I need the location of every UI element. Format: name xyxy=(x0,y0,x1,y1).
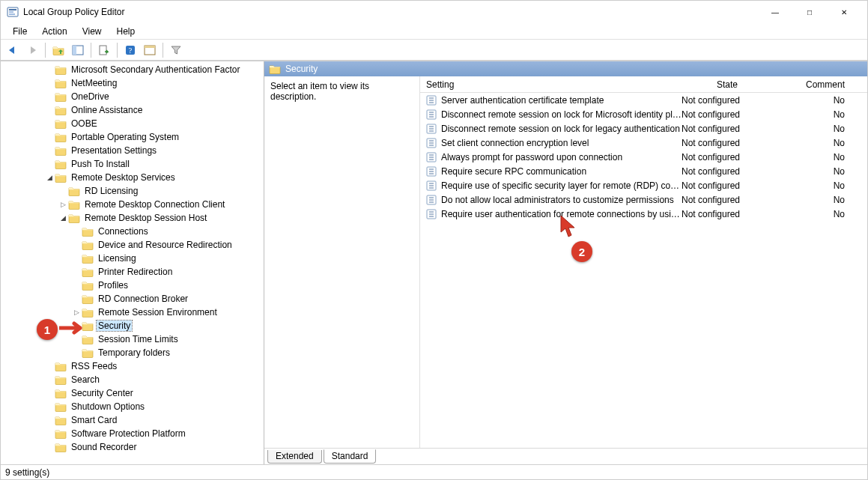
setting-state: Not configured xyxy=(682,124,779,134)
show-hide-tree-button[interactable] xyxy=(69,42,87,58)
tree-item[interactable]: Temporary folders xyxy=(1,346,264,359)
setting-row[interactable]: Require use of specific security layer f… xyxy=(420,178,867,192)
tree-item[interactable]: RSS Feeds xyxy=(1,359,264,373)
tree-label: Licensing xyxy=(97,253,138,264)
tree-item[interactable]: Online Assistance xyxy=(1,103,264,117)
tree-item[interactable]: Licensing xyxy=(1,252,264,265)
tree-label: Session Time Limits xyxy=(97,334,180,344)
status-text: 9 setting(s) xyxy=(5,467,49,478)
folder-icon xyxy=(55,415,67,425)
tree-item[interactable]: NetMeeting xyxy=(1,76,264,90)
details-header-title: Security xyxy=(285,64,318,74)
back-button[interactable] xyxy=(4,42,22,58)
tab-standard[interactable]: Standard xyxy=(324,449,377,464)
tree-item[interactable]: OOBE xyxy=(1,117,264,130)
tree-item[interactable]: Software Protection Platform xyxy=(1,427,264,440)
folder-icon xyxy=(55,105,67,115)
setting-icon xyxy=(426,109,438,120)
tree-item[interactable]: ▷Remote Session Environment xyxy=(1,306,264,319)
col-setting[interactable]: Setting xyxy=(420,77,679,92)
setting-row[interactable]: Set client connection encryption levelNo… xyxy=(420,136,867,150)
tree-item[interactable]: Push To Install xyxy=(1,157,264,171)
minimize-button[interactable]: — xyxy=(758,1,792,23)
setting-comment: No xyxy=(779,209,867,219)
tree-item[interactable]: ◢Remote Desktop Session Host xyxy=(1,211,264,225)
tree-label: RSS Feeds xyxy=(70,361,118,371)
menu-help[interactable]: Help xyxy=(109,25,143,38)
menu-action[interactable]: Action xyxy=(34,25,74,38)
setting-state: Not configured xyxy=(682,152,779,162)
folder-icon xyxy=(82,267,94,277)
tree-label: Device and Resource Redirection xyxy=(97,240,234,250)
settings-list[interactable]: Setting State Comment Server authenticat… xyxy=(420,76,867,448)
tree-item[interactable]: ◢Remote Desktop Services xyxy=(1,171,264,184)
tree-label: Remote Desktop Session Host xyxy=(83,213,208,223)
folder-icon xyxy=(55,428,67,439)
details-tabs: Extended Standard xyxy=(264,448,867,464)
setting-row[interactable]: Require secure RPC communicationNot conf… xyxy=(420,164,867,178)
tree-label: Online Assistance xyxy=(70,105,144,115)
menu-file[interactable]: File xyxy=(5,25,34,38)
filter-button[interactable] xyxy=(167,42,185,58)
setting-name: Do not allow local administrators to cus… xyxy=(441,195,682,205)
tree-item[interactable]: OneDrive xyxy=(1,90,264,103)
tree-item[interactable]: Shutdown Options xyxy=(1,400,264,413)
setting-state: Not configured xyxy=(682,209,779,219)
tree-label: Profiles xyxy=(97,280,130,291)
tab-extended[interactable]: Extended xyxy=(267,450,322,464)
menu-view[interactable]: View xyxy=(75,25,109,38)
setting-state: Not configured xyxy=(682,109,779,120)
col-state[interactable]: State xyxy=(679,77,776,92)
tree-item[interactable]: Profiles xyxy=(1,279,264,292)
export-list-button[interactable] xyxy=(95,42,113,58)
setting-row[interactable]: Always prompt for password upon connecti… xyxy=(420,150,867,164)
setting-row[interactable]: Do not allow local administrators to cus… xyxy=(420,192,867,207)
properties-button[interactable] xyxy=(141,42,159,58)
tree-item[interactable]: Presentation Settings xyxy=(1,144,264,157)
col-comment[interactable]: Comment xyxy=(776,77,867,92)
close-button[interactable]: ✕ xyxy=(827,1,861,23)
folder-icon xyxy=(55,132,67,142)
forward-button[interactable] xyxy=(23,42,41,58)
details-description: Select an item to view its description. xyxy=(264,76,420,448)
tree-item[interactable]: Search xyxy=(1,373,264,386)
setting-row[interactable]: Require user authentication for remote c… xyxy=(420,207,867,221)
svg-rect-5 xyxy=(9,9,16,10)
setting-comment: No xyxy=(779,195,867,205)
tree-item[interactable]: RD Licensing xyxy=(1,184,264,198)
setting-icon xyxy=(426,180,438,191)
tree-label: Remote Desktop Services xyxy=(70,172,177,183)
setting-state: Not configured xyxy=(682,180,779,191)
tree-item[interactable]: Portable Operating System xyxy=(1,130,264,144)
content-area: Microsoft Secondary Authentication Facto… xyxy=(1,61,867,464)
up-button[interactable] xyxy=(49,42,67,58)
tree-expander[interactable]: ◢ xyxy=(44,172,55,183)
setting-icon xyxy=(426,124,438,134)
tree-expander[interactable]: ▷ xyxy=(58,199,68,210)
maximize-button[interactable]: □ xyxy=(792,1,827,23)
setting-row[interactable]: Disconnect remote session on lock for Mi… xyxy=(420,107,867,121)
folder-icon xyxy=(68,213,80,223)
tree-scroll[interactable]: Microsoft Secondary Authentication Facto… xyxy=(1,61,264,464)
tree-item[interactable]: Connections xyxy=(1,225,264,238)
tree-item[interactable]: RD Connection Broker xyxy=(1,292,264,306)
help-button[interactable]: ? xyxy=(121,42,139,58)
tree-label: Remote Session Environment xyxy=(97,307,219,318)
tree-item[interactable]: Device and Resource Redirection xyxy=(1,238,264,252)
tree-item[interactable]: Security Center xyxy=(1,386,264,400)
setting-row[interactable]: Disconnect remote session on lock for le… xyxy=(420,121,867,136)
tree-expander[interactable]: ◢ xyxy=(58,213,68,223)
setting-row[interactable]: Server authentication certificate templa… xyxy=(420,93,867,107)
tree-item[interactable]: Microsoft Secondary Authentication Facto… xyxy=(1,63,264,76)
folder-icon xyxy=(82,240,94,250)
folder-icon xyxy=(269,64,281,74)
tree-item[interactable]: ▷Remote Desktop Connection Client xyxy=(1,198,264,211)
tree-item[interactable]: Smart Card xyxy=(1,413,264,427)
folder-icon xyxy=(68,199,80,210)
tree-item[interactable]: Printer Redirection xyxy=(1,265,264,279)
tree-label: Shutdown Options xyxy=(70,401,146,412)
tree-label: Software Protection Platform xyxy=(70,428,187,439)
callout-2: 2 xyxy=(571,241,592,262)
tree-expander[interactable]: ▷ xyxy=(71,307,82,318)
tree-item[interactable]: Sound Recorder xyxy=(1,440,264,454)
